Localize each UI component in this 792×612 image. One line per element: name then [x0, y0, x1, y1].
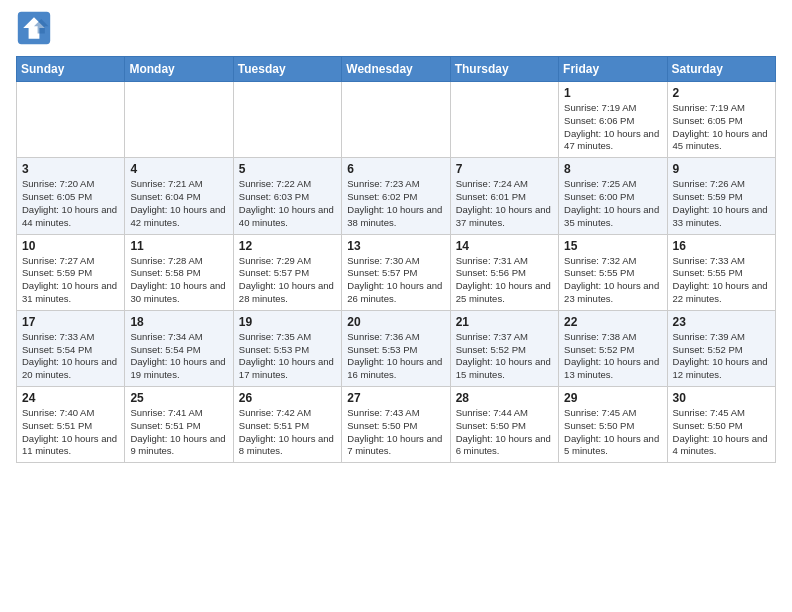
day-number: 21: [456, 315, 553, 329]
calendar-cell: 29Sunrise: 7:45 AM Sunset: 5:50 PM Dayli…: [559, 387, 667, 463]
calendar-cell: 23Sunrise: 7:39 AM Sunset: 5:52 PM Dayli…: [667, 310, 775, 386]
day-number: 23: [673, 315, 770, 329]
day-number: 2: [673, 86, 770, 100]
day-number: 4: [130, 162, 227, 176]
day-info: Sunrise: 7:31 AM Sunset: 5:56 PM Dayligh…: [456, 255, 553, 306]
day-info: Sunrise: 7:24 AM Sunset: 6:01 PM Dayligh…: [456, 178, 553, 229]
calendar-cell: 12Sunrise: 7:29 AM Sunset: 5:57 PM Dayli…: [233, 234, 341, 310]
calendar-cell: 2Sunrise: 7:19 AM Sunset: 6:05 PM Daylig…: [667, 82, 775, 158]
calendar-cell: 30Sunrise: 7:45 AM Sunset: 5:50 PM Dayli…: [667, 387, 775, 463]
calendar-week-2: 3Sunrise: 7:20 AM Sunset: 6:05 PM Daylig…: [17, 158, 776, 234]
calendar-cell: 9Sunrise: 7:26 AM Sunset: 5:59 PM Daylig…: [667, 158, 775, 234]
calendar-cell: 22Sunrise: 7:38 AM Sunset: 5:52 PM Dayli…: [559, 310, 667, 386]
calendar-cell: 24Sunrise: 7:40 AM Sunset: 5:51 PM Dayli…: [17, 387, 125, 463]
day-info: Sunrise: 7:26 AM Sunset: 5:59 PM Dayligh…: [673, 178, 770, 229]
calendar-header-sunday: Sunday: [17, 57, 125, 82]
calendar-cell: 7Sunrise: 7:24 AM Sunset: 6:01 PM Daylig…: [450, 158, 558, 234]
calendar-cell: 11Sunrise: 7:28 AM Sunset: 5:58 PM Dayli…: [125, 234, 233, 310]
calendar-cell: 27Sunrise: 7:43 AM Sunset: 5:50 PM Dayli…: [342, 387, 450, 463]
day-number: 20: [347, 315, 444, 329]
calendar-cell: 17Sunrise: 7:33 AM Sunset: 5:54 PM Dayli…: [17, 310, 125, 386]
day-info: Sunrise: 7:45 AM Sunset: 5:50 PM Dayligh…: [673, 407, 770, 458]
day-number: 25: [130, 391, 227, 405]
day-info: Sunrise: 7:42 AM Sunset: 5:51 PM Dayligh…: [239, 407, 336, 458]
calendar-cell: 19Sunrise: 7:35 AM Sunset: 5:53 PM Dayli…: [233, 310, 341, 386]
day-number: 19: [239, 315, 336, 329]
calendar-week-3: 10Sunrise: 7:27 AM Sunset: 5:59 PM Dayli…: [17, 234, 776, 310]
day-info: Sunrise: 7:45 AM Sunset: 5:50 PM Dayligh…: [564, 407, 661, 458]
day-number: 6: [347, 162, 444, 176]
day-info: Sunrise: 7:30 AM Sunset: 5:57 PM Dayligh…: [347, 255, 444, 306]
calendar-cell: 5Sunrise: 7:22 AM Sunset: 6:03 PM Daylig…: [233, 158, 341, 234]
day-info: Sunrise: 7:21 AM Sunset: 6:04 PM Dayligh…: [130, 178, 227, 229]
calendar-header-thursday: Thursday: [450, 57, 558, 82]
day-number: 30: [673, 391, 770, 405]
calendar-cell: 3Sunrise: 7:20 AM Sunset: 6:05 PM Daylig…: [17, 158, 125, 234]
logo-icon: [16, 10, 52, 46]
calendar-cell: [17, 82, 125, 158]
day-info: Sunrise: 7:36 AM Sunset: 5:53 PM Dayligh…: [347, 331, 444, 382]
calendar-header-monday: Monday: [125, 57, 233, 82]
day-number: 7: [456, 162, 553, 176]
day-info: Sunrise: 7:25 AM Sunset: 6:00 PM Dayligh…: [564, 178, 661, 229]
day-number: 10: [22, 239, 119, 253]
calendar-cell: 1Sunrise: 7:19 AM Sunset: 6:06 PM Daylig…: [559, 82, 667, 158]
calendar-cell: 28Sunrise: 7:44 AM Sunset: 5:50 PM Dayli…: [450, 387, 558, 463]
day-number: 16: [673, 239, 770, 253]
calendar-cell: 25Sunrise: 7:41 AM Sunset: 5:51 PM Dayli…: [125, 387, 233, 463]
day-number: 11: [130, 239, 227, 253]
calendar-header-row: SundayMondayTuesdayWednesdayThursdayFrid…: [17, 57, 776, 82]
day-info: Sunrise: 7:34 AM Sunset: 5:54 PM Dayligh…: [130, 331, 227, 382]
calendar-header-tuesday: Tuesday: [233, 57, 341, 82]
page: SundayMondayTuesdayWednesdayThursdayFrid…: [0, 0, 792, 479]
day-info: Sunrise: 7:44 AM Sunset: 5:50 PM Dayligh…: [456, 407, 553, 458]
day-info: Sunrise: 7:29 AM Sunset: 5:57 PM Dayligh…: [239, 255, 336, 306]
calendar-cell: 10Sunrise: 7:27 AM Sunset: 5:59 PM Dayli…: [17, 234, 125, 310]
calendar-week-1: 1Sunrise: 7:19 AM Sunset: 6:06 PM Daylig…: [17, 82, 776, 158]
day-info: Sunrise: 7:43 AM Sunset: 5:50 PM Dayligh…: [347, 407, 444, 458]
day-info: Sunrise: 7:22 AM Sunset: 6:03 PM Dayligh…: [239, 178, 336, 229]
day-number: 14: [456, 239, 553, 253]
day-info: Sunrise: 7:39 AM Sunset: 5:52 PM Dayligh…: [673, 331, 770, 382]
day-info: Sunrise: 7:37 AM Sunset: 5:52 PM Dayligh…: [456, 331, 553, 382]
day-number: 22: [564, 315, 661, 329]
calendar-week-5: 24Sunrise: 7:40 AM Sunset: 5:51 PM Dayli…: [17, 387, 776, 463]
day-number: 26: [239, 391, 336, 405]
calendar-cell: 6Sunrise: 7:23 AM Sunset: 6:02 PM Daylig…: [342, 158, 450, 234]
day-number: 27: [347, 391, 444, 405]
day-info: Sunrise: 7:41 AM Sunset: 5:51 PM Dayligh…: [130, 407, 227, 458]
day-number: 8: [564, 162, 661, 176]
day-info: Sunrise: 7:28 AM Sunset: 5:58 PM Dayligh…: [130, 255, 227, 306]
day-number: 13: [347, 239, 444, 253]
calendar-cell: 15Sunrise: 7:32 AM Sunset: 5:55 PM Dayli…: [559, 234, 667, 310]
day-number: 3: [22, 162, 119, 176]
calendar-cell: 14Sunrise: 7:31 AM Sunset: 5:56 PM Dayli…: [450, 234, 558, 310]
day-number: 9: [673, 162, 770, 176]
calendar-cell: 8Sunrise: 7:25 AM Sunset: 6:00 PM Daylig…: [559, 158, 667, 234]
day-number: 18: [130, 315, 227, 329]
day-info: Sunrise: 7:20 AM Sunset: 6:05 PM Dayligh…: [22, 178, 119, 229]
day-number: 5: [239, 162, 336, 176]
day-info: Sunrise: 7:23 AM Sunset: 6:02 PM Dayligh…: [347, 178, 444, 229]
day-info: Sunrise: 7:35 AM Sunset: 5:53 PM Dayligh…: [239, 331, 336, 382]
calendar-header-saturday: Saturday: [667, 57, 775, 82]
calendar-week-4: 17Sunrise: 7:33 AM Sunset: 5:54 PM Dayli…: [17, 310, 776, 386]
day-info: Sunrise: 7:19 AM Sunset: 6:05 PM Dayligh…: [673, 102, 770, 153]
day-info: Sunrise: 7:40 AM Sunset: 5:51 PM Dayligh…: [22, 407, 119, 458]
calendar-cell: [342, 82, 450, 158]
calendar-cell: [125, 82, 233, 158]
calendar-header-friday: Friday: [559, 57, 667, 82]
day-number: 12: [239, 239, 336, 253]
calendar-cell: [450, 82, 558, 158]
day-info: Sunrise: 7:27 AM Sunset: 5:59 PM Dayligh…: [22, 255, 119, 306]
day-info: Sunrise: 7:32 AM Sunset: 5:55 PM Dayligh…: [564, 255, 661, 306]
day-info: Sunrise: 7:38 AM Sunset: 5:52 PM Dayligh…: [564, 331, 661, 382]
calendar-cell: [233, 82, 341, 158]
calendar-cell: 26Sunrise: 7:42 AM Sunset: 5:51 PM Dayli…: [233, 387, 341, 463]
day-number: 15: [564, 239, 661, 253]
day-info: Sunrise: 7:33 AM Sunset: 5:55 PM Dayligh…: [673, 255, 770, 306]
day-number: 1: [564, 86, 661, 100]
calendar: SundayMondayTuesdayWednesdayThursdayFrid…: [16, 56, 776, 463]
day-number: 24: [22, 391, 119, 405]
header: [16, 10, 776, 46]
